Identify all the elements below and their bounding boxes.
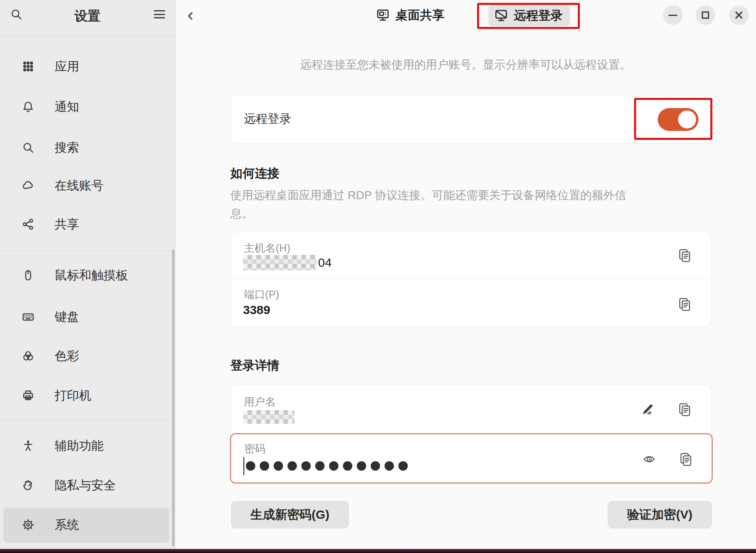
toggle-label: 远程登录 xyxy=(244,95,291,143)
sidebar-item-label: 隐私与安全 xyxy=(55,477,116,494)
minimize-button[interactable] xyxy=(663,5,683,25)
sidebar-item-sharing[interactable]: 共享 xyxy=(0,211,170,237)
app-title: 设置 xyxy=(0,7,175,25)
sidebar-scrollbar[interactable] xyxy=(172,250,175,546)
sidebar-item-label: 在线账号 xyxy=(55,177,104,194)
sidebar-item-color[interactable]: 色彩 xyxy=(0,343,170,369)
share-icon xyxy=(21,217,35,231)
tab-desktop-sharing[interactable]: 桌面共享 xyxy=(376,4,444,26)
reveal-password-button[interactable] xyxy=(639,449,659,469)
generate-password-button[interactable]: 生成新密码(G) xyxy=(231,501,349,529)
edit-username-button[interactable] xyxy=(638,400,658,419)
menu-icon[interactable] xyxy=(150,5,168,23)
copy-icon xyxy=(679,452,693,467)
toggle-knob xyxy=(678,111,696,128)
password-label: 密码 xyxy=(244,442,265,456)
hostname-value: 04 xyxy=(243,253,332,272)
copy-password-button[interactable] xyxy=(676,449,696,469)
tab-remote-login[interactable]: 远程登录 xyxy=(489,5,570,26)
username-label: 用户名 xyxy=(244,395,276,409)
mouse-icon xyxy=(21,268,35,282)
verify-encryption-button[interactable]: 验证加密(V) xyxy=(608,501,712,529)
sidebar-item-label: 搜索 xyxy=(55,139,79,156)
sidebar-header: 设置 xyxy=(0,0,175,36)
sidebar-item-label: 色彩 xyxy=(55,348,79,365)
sidebar-item-online-accounts[interactable]: 在线账号 xyxy=(0,173,170,199)
login-details-card: 用户名 密码 xyxy=(230,385,712,483)
copy-username-button[interactable] xyxy=(675,400,694,419)
redacted-hostname xyxy=(243,255,316,270)
sidebar-item-label: 通知 xyxy=(55,99,79,115)
close-button[interactable] xyxy=(729,5,749,25)
sidebar-item-label: 应用 xyxy=(55,58,79,75)
page-description: 远程连接至您未被使用的用户账号。显示分辨率可以从远程设置。 xyxy=(175,57,756,73)
sidebar-divider xyxy=(0,251,175,251)
sidebar-item-label: 共享 xyxy=(55,216,79,233)
tab-label: 远程登录 xyxy=(514,7,563,24)
section-heading-login-details: 登录详情 xyxy=(230,357,279,374)
row-divider xyxy=(231,279,711,279)
desktop-share-icon xyxy=(376,8,390,22)
maximize-button[interactable] xyxy=(696,5,715,25)
section-description-how-to-connect: 使用远程桌面应用通过 RDP 协议连接。可能还需要关于设备网络位置的额外信息。 xyxy=(230,186,634,223)
printer-icon xyxy=(21,389,35,403)
eye-icon xyxy=(642,452,656,466)
bell-icon xyxy=(21,100,35,114)
password-field[interactable]: 密码 xyxy=(230,433,713,484)
settings-window: 设置 应用 通知 搜索 xyxy=(0,0,756,553)
gear-icon xyxy=(21,518,35,532)
remote-login-toggle[interactable] xyxy=(658,108,699,131)
hand-icon xyxy=(21,478,35,492)
app-grid-icon xyxy=(21,60,35,73)
connection-card: 主机名(H) 04 端口(P) 3389 xyxy=(230,232,712,327)
sidebar-item-system[interactable]: 系统 xyxy=(0,512,170,538)
tab-label: 桌面共享 xyxy=(396,7,444,24)
copy-icon xyxy=(677,402,692,417)
copy-port-button[interactable] xyxy=(675,294,694,314)
sidebar-item-privacy-security[interactable]: 隐私与安全 xyxy=(0,472,170,498)
pencil-icon xyxy=(641,402,655,417)
sidebar-item-label: 辅助功能 xyxy=(55,438,104,454)
accessibility-icon xyxy=(21,439,35,453)
cloud-icon xyxy=(21,179,35,192)
back-button[interactable]: ‹ xyxy=(181,3,200,26)
port-label: 端口(P) xyxy=(244,288,279,302)
sidebar-item-printers[interactable]: 打印机 xyxy=(0,383,170,409)
color-icon xyxy=(21,349,35,363)
keyboard-icon xyxy=(21,310,35,324)
sidebar-item-label: 系统 xyxy=(55,517,79,533)
magnifier-icon xyxy=(21,141,35,155)
port-value: 3389 xyxy=(243,303,270,317)
sidebar-item-search[interactable]: 搜索 xyxy=(0,135,170,161)
remote-login-toggle-row: 远程登录 xyxy=(230,95,712,144)
sidebar-item-mouse-touchpad[interactable]: 鼠标和触摸板 xyxy=(0,262,170,288)
sidebar-item-apps[interactable]: 应用 xyxy=(0,53,170,80)
close-icon xyxy=(734,11,743,20)
copy-icon xyxy=(677,297,692,312)
sidebar-item-keyboard[interactable]: 键盘 xyxy=(0,304,170,330)
section-heading-how-to-connect: 如何连接 xyxy=(230,165,279,182)
sidebar: 设置 应用 通知 搜索 xyxy=(0,0,175,549)
copy-hostname-button[interactable] xyxy=(675,246,694,265)
redacted-username xyxy=(243,410,294,424)
text-cursor xyxy=(243,457,244,475)
sidebar-divider xyxy=(0,420,175,420)
password-masked-value xyxy=(246,461,408,471)
sidebar-item-accessibility[interactable]: 辅助功能 xyxy=(0,433,170,459)
desktop-edge-strip xyxy=(0,549,756,553)
sidebar-item-label: 鼠标和触摸板 xyxy=(55,267,128,284)
sidebar-item-label: 打印机 xyxy=(55,387,91,404)
remote-login-icon xyxy=(494,9,508,22)
copy-icon xyxy=(677,248,692,263)
sidebar-item-notifications[interactable]: 通知 xyxy=(0,94,170,120)
sidebar-item-label: 键盘 xyxy=(55,309,79,325)
